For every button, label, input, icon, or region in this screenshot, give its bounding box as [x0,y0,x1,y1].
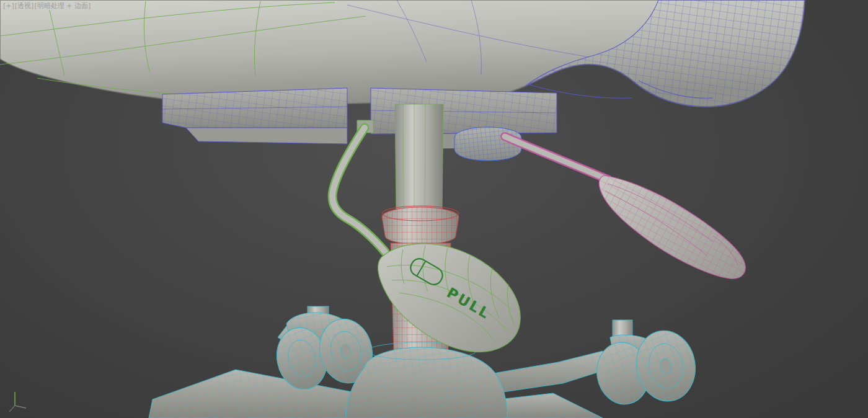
viewport-3d[interactable]: [+][透视][明暗处理 + 边面] [0,0,868,418]
upper-column-mesh[interactable] [395,104,443,215]
viewport-label: [+][透视][明暗处理 + 边面] [3,1,91,11]
base-leg [494,351,610,392]
viewport-menu-toggle[interactable]: [+] [3,2,14,10]
viewport-canvas[interactable]: PULL [0,0,868,418]
world-axis-gizmo [9,392,26,412]
caster-right-mesh[interactable] [592,320,701,409]
viewport-view-name[interactable]: [透视] [15,2,34,10]
viewport-shading-mode[interactable]: [明暗处理 + 边面] [34,2,91,10]
tilt-lever-mesh[interactable] [505,136,745,278]
